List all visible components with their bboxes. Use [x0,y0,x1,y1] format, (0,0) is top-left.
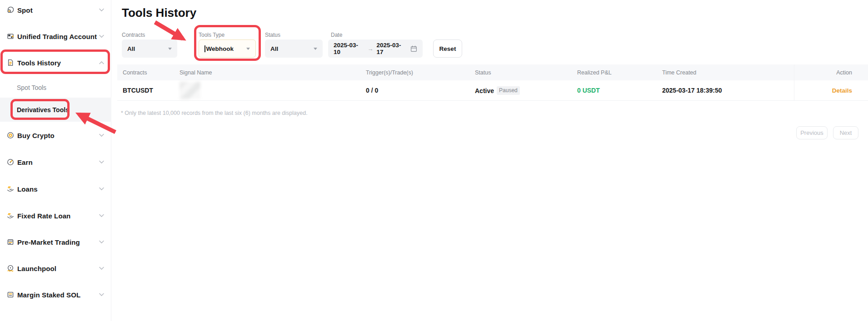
sidebar-item-label: Launchpool [17,265,56,272]
sidebar-item-label: Pre-Market Trading [17,238,80,246]
chevron-down-icon [168,48,172,50]
contracts-select[interactable]: All [122,40,177,58]
chevron-down-icon [99,9,104,12]
chevron-down-icon [246,48,250,50]
chevron-down-icon [99,293,104,296]
date-filter-label: Date [331,32,342,38]
chevron-down-icon [99,161,104,164]
row-contracts: BTCUSDT [117,87,180,94]
sidebar-item-label: Unified Trading Account [17,33,97,40]
status-select-value: All [270,45,278,52]
sidebar-item-unified-trading-account[interactable]: Unified Trading Account [0,26,111,46]
sidebar-item-margin-staked-sol[interactable]: Margin Staked SOL [0,285,111,305]
col-triggers-trades: Trigger(s)/Trade(s) [366,69,475,76]
sidebar-item-label: Loans [17,185,38,193]
earn-icon [6,158,15,166]
date-to-value: 2025-03-17 [377,42,408,55]
status-badge: Paused [497,86,520,95]
col-time-created: Time Created [662,69,794,76]
contracts-select-value: All [127,45,135,52]
buy-crypto-icon [6,131,15,139]
sidebar-item-label: Fixed Rate Loan [17,212,70,220]
spot-icon [6,6,15,14]
sidebar-item-loans[interactable]: Loans [0,179,111,199]
contracts-filter-label: Contracts [122,32,145,38]
sidebar-item-buy-crypto[interactable]: Buy Crypto [0,125,111,145]
sidebar-item-label: Margin Staked SOL [17,291,80,299]
pre-market-trading-icon [6,238,15,246]
chevron-down-icon [99,214,104,217]
date-range-arrow-icon: → [368,45,374,52]
row-time-created: 2025-03-17 18:39:50 [662,87,794,94]
row-signal-name [180,82,366,99]
chevron-down-icon [99,267,104,270]
tools-type-filter-label: Tools Type [199,32,224,38]
sidebar-item-pre-market-trading[interactable]: Pre-Market Trading [0,232,111,252]
reset-button[interactable]: Reset [433,40,462,58]
date-from-value: 2025-03-10 [334,42,364,55]
row-triggers-trades: 0 / 0 [366,87,475,94]
col-action: Action [794,64,868,80]
sidebar-item-label: Earn [17,158,33,166]
text-cursor [205,45,205,52]
launchpool-icon [6,264,15,272]
document-icon [6,59,15,67]
sidebar-item-label: Tools History [17,59,61,67]
app-root: Spot Unified Trading Account Tools Histo… [0,0,868,321]
chevron-up-icon [99,61,104,64]
status-filter-label: Status [265,32,280,38]
row-realized-pnl: 0 USDT [577,87,662,94]
row-status: ActivePaused [475,86,577,95]
records-footnote: * Only the latest 10,000 records from th… [121,110,308,116]
status-select[interactable]: All [265,40,323,58]
details-link[interactable]: Details [832,87,852,94]
sidebar-subitem-label: Spot Tools [17,84,46,91]
chevron-down-icon [99,134,104,137]
tools-history-table: Contracts Signal Name Trigger(s)/Trade(s… [117,64,868,101]
row-action: Details [794,80,868,100]
date-range-picker[interactable]: 2025-03-10 → 2025-03-17 [328,40,423,58]
col-signal-name: Signal Name [180,69,366,76]
sidebar-item-fixed-rate-loan[interactable]: Fixed Rate Loan [0,206,111,226]
sidebar-item-label: Spot [17,6,33,14]
chevron-down-icon [99,188,104,191]
col-realized-pnl: Realized P&L [577,69,662,76]
page-title: Tools History [122,6,196,20]
margin-staked-sol-icon [6,291,15,299]
sidebar-item-label: Buy Crypto [17,132,55,139]
sidebar: Spot Unified Trading Account Tools Histo… [0,0,111,321]
chevron-down-icon [314,48,317,50]
table-header-row: Contracts Signal Name Trigger(s)/Trade(s… [117,64,868,80]
sidebar-item-spot[interactable]: Spot [0,0,111,20]
loans-icon [6,185,15,193]
tools-type-select[interactable]: Webhook [199,40,256,58]
tools-type-select-value: Webhook [206,45,234,52]
calendar-icon [410,45,417,52]
signal-name-redacted-thumbnail [180,82,200,99]
sidebar-item-derivatives-tools[interactable]: Derivatives Tools [0,98,111,122]
annotation-arrow-tools-type [155,22,183,39]
col-contracts: Contracts [117,69,180,76]
chevron-down-icon [99,241,104,244]
next-page-button[interactable]: Next [833,126,858,139]
fixed-rate-loan-icon [6,212,15,220]
unified-trading-account-icon [6,32,15,40]
previous-page-button[interactable]: Previous [796,126,828,139]
sidebar-item-tools-history[interactable]: Tools History [0,53,111,73]
status-text: Active [475,87,494,94]
chevron-down-icon [99,35,104,38]
sidebar-item-spot-tools[interactable]: Spot Tools [0,78,111,98]
sidebar-item-earn[interactable]: Earn [0,152,111,172]
table-row: BTCUSDT 0 / 0 ActivePaused 0 USDT 2025-0… [117,80,868,101]
col-status: Status [475,69,577,76]
sidebar-item-launchpool[interactable]: Launchpool [0,258,111,278]
sidebar-subitem-label: Derivatives Tools [17,106,69,114]
